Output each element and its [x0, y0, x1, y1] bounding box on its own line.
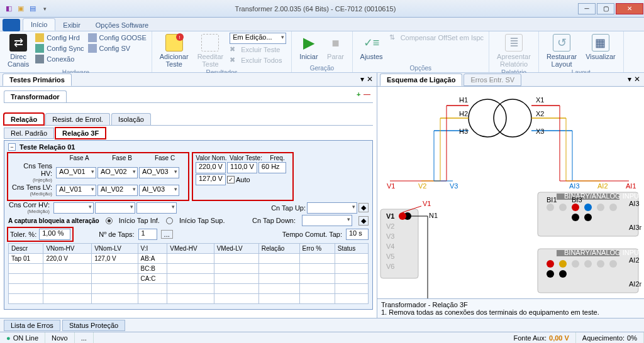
grid-header: Status [335, 244, 368, 254]
svg-text:AI1: AI1 [626, 182, 636, 190]
table-row[interactable]: CA:C [9, 274, 369, 284]
relacao-3f-tab[interactable]: Relação 3F [55, 128, 106, 139]
tab-opcoes[interactable]: Opções Software [88, 19, 156, 31]
esquema-tab[interactable]: Esquema de Ligação [380, 74, 462, 86]
tap-inf-radio[interactable] [106, 217, 113, 224]
svg-point-64 [559, 260, 567, 268]
svg-text:V3: V3 [386, 232, 394, 240]
hv-fase-b-combo[interactable]: AO_V02 [97, 167, 138, 178]
ajustes-button[interactable]: ✓≡Ajustes [358, 33, 386, 62]
em-edicao-combo[interactable]: Em Edição... [230, 33, 286, 44]
valor-nom-input[interactable]: 220,0 V [196, 162, 226, 173]
freq-input[interactable]: 60 Hz [258, 162, 286, 173]
svg-point-1 [494, 99, 531, 137]
svg-text:X3: X3 [536, 128, 544, 135]
svg-text:V1: V1 [386, 212, 394, 220]
collapse-toggle[interactable]: − [8, 143, 16, 151]
svg-text:V5: V5 [386, 253, 394, 260]
svg-point-53 [609, 204, 617, 211]
pane-dropdown-icon[interactable]: ▾ [360, 75, 364, 84]
online-indicator-icon: ● [6, 334, 11, 342]
ntaps-more-button[interactable]: ... [161, 230, 173, 239]
ntaps-input[interactable]: 1 [138, 229, 157, 240]
window-title: Transformer 2.00.035 (64 Bits) - CE-7012… [53, 5, 577, 13]
table-row[interactable]: BC:B [9, 264, 369, 274]
resist-tab[interactable]: Resist. de Enrol. [45, 113, 110, 125]
table-row[interactable]: Tap 01220,0 V127,0 VAB:A [9, 254, 369, 264]
cn-tap-down-combo[interactable] [302, 215, 352, 226]
reeditar-teste-button[interactable]: Reeditar Teste [195, 33, 226, 69]
tab-inicio[interactable]: Início [23, 18, 55, 31]
maximize-button[interactable]: ▢ [597, 3, 614, 14]
config-hrd-button[interactable]: Config Hrd [35, 33, 84, 43]
corr-b-combo[interactable] [95, 202, 135, 214]
auto-checkbox[interactable]: ✓ [227, 176, 235, 183]
direc-canais-button[interactable]: ⇄ Direc Canais [5, 33, 31, 69]
svg-text:AI2: AI2 [597, 182, 608, 190]
tap-down-indicator[interactable]: ◆ [358, 216, 369, 226]
toler-input[interactable]: 1,00 % [39, 229, 70, 240]
svg-point-49 [559, 204, 567, 211]
corr-a-combo[interactable] [53, 202, 94, 214]
config-sv-button[interactable]: Config SV [88, 43, 147, 53]
corr-c-combo[interactable] [136, 202, 177, 214]
tempo-input[interactable]: 10 s [346, 229, 369, 240]
config-sync-button[interactable]: Config Sync [35, 43, 84, 53]
apresentar-relatorio-button[interactable]: ≣Apresentar Relatório [494, 33, 533, 69]
svg-point-51 [584, 204, 592, 211]
table-row[interactable] [9, 284, 369, 294]
lv-nom-input[interactable]: 127,0 V [196, 174, 226, 185]
pane-close-icon[interactable]: ✕ [634, 75, 640, 84]
grid-header: Descr [9, 244, 43, 254]
svg-text:V3: V3 [450, 182, 458, 190]
qat-icon[interactable]: ◧ [4, 4, 14, 14]
lv-fase-c-combo[interactable]: AI_V03 [139, 185, 179, 196]
remove-icon[interactable]: — [364, 90, 370, 98]
lv-fase-a-combo[interactable]: AI_V01 [56, 185, 96, 196]
tap-up-indicator[interactable]: ◆ [358, 203, 369, 212]
config-goose-button[interactable]: Config GOOSE [88, 33, 147, 43]
svg-text:BI1: BI1 [547, 196, 557, 204]
table-row[interactable] [9, 294, 369, 304]
valor-teste-input[interactable]: 110,0 V [227, 162, 257, 173]
excluir-todos-button[interactable]: ✖Excluir Todos [230, 55, 286, 65]
tab-exibir[interactable]: Exibir [55, 19, 88, 31]
file-menu-button[interactable] [3, 19, 20, 31]
restaurar-layout-button[interactable]: ↺Restaurar Layout [544, 33, 579, 69]
erros-sv-tab[interactable]: Erros Entr. SV [464, 74, 521, 86]
tap-sup-radio[interactable] [166, 217, 173, 224]
svg-text:V4: V4 [386, 242, 394, 250]
relacao-tab[interactable]: Relação [4, 113, 44, 125]
close-button[interactable]: ✕ [616, 3, 643, 14]
pane-dropdown-icon[interactable]: ▾ [628, 75, 631, 84]
conexao-button[interactable]: Conexão [35, 54, 84, 64]
add-icon[interactable]: + [357, 90, 360, 98]
adicionar-teste-button[interactable]: ! Adicionar Teste [157, 33, 191, 69]
pane-close-icon[interactable]: ✕ [367, 75, 373, 84]
grid-header: Relação [258, 244, 299, 254]
cn-tap-up-combo[interactable] [307, 202, 357, 214]
hv-fase-a-combo[interactable]: AO_V01 [56, 167, 96, 178]
isolacao-tab[interactable]: Isolação [111, 113, 151, 125]
transformador-tab[interactable]: Transformador [4, 90, 67, 102]
iniciar-button[interactable]: ▶Iniciar [297, 33, 320, 62]
lv-fase-b-combo[interactable]: AI_V02 [97, 185, 138, 196]
compensar-button[interactable]: ⇅Compensar OffSet em Ispc [389, 33, 484, 43]
qat-save-icon[interactable]: ▤ [28, 4, 38, 14]
testes-primarios-tab[interactable]: Testes Primários [3, 74, 72, 86]
lista-erros-tab[interactable]: Lista de Erros [4, 320, 60, 331]
parar-button[interactable]: ■Parar [325, 33, 347, 62]
qat-dropdown-icon[interactable]: ▾ [40, 4, 50, 14]
rel-padrao-tab[interactable]: Rel. Padrão [4, 128, 54, 139]
svg-text:V6: V6 [386, 263, 394, 270]
status-protecao-tab[interactable]: Status Proteção [62, 320, 125, 331]
grid-header: V:I [138, 244, 167, 254]
excluir-teste-button[interactable]: ✖Excluir Teste [230, 45, 286, 55]
svg-point-70 [559, 270, 567, 278]
ribbon: ⇄ Direc Canais Config Hrd Config Sync Co… [0, 31, 644, 73]
svg-point-65 [572, 260, 579, 268]
minimize-button[interactable]: ─ [578, 3, 596, 14]
qat-open-icon[interactable]: ▣ [16, 4, 26, 14]
hv-fase-c-combo[interactable]: AO_V03 [139, 167, 179, 178]
visualizar-button[interactable]: ▦Visualizar [583, 33, 618, 62]
